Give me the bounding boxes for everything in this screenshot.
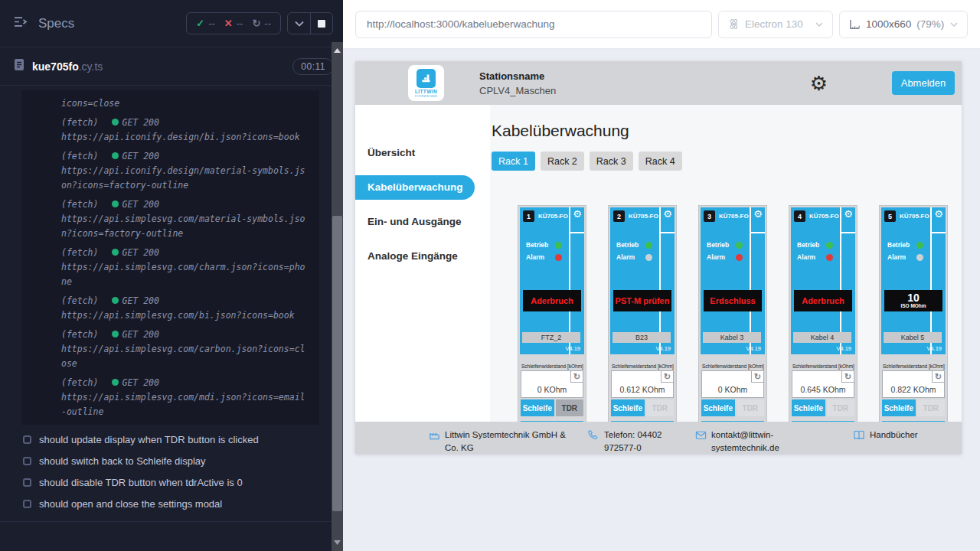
device-gear-icon[interactable]: ⚙ [934,209,943,219]
meter-value-box: ↻0.612 KOhm [611,370,674,398]
device-settings-cell[interactable]: ⚙ [932,207,946,233]
device-settings-cell[interactable]: ⚙ [751,207,765,233]
schleife-button[interactable]: Schleife [701,399,735,416]
runner-actions [287,12,333,34]
device-settings-cell[interactable]: ⚙ [661,207,675,233]
device-number-badge: 3 [704,210,715,222]
url-input[interactable] [355,11,712,38]
reporter-scrollbar[interactable] [332,42,343,551]
rack-tab-3[interactable]: Rack 3 [590,152,633,171]
footer-item-email[interactable]: kontakt@littwin-systemtechnik.de [695,429,831,454]
stop-button[interactable] [310,13,332,34]
log-fetch-source: (fetch) [61,246,98,260]
refresh-icon[interactable]: ↻ [661,371,673,383]
station-label: Stationsname [479,70,556,82]
schleife-button[interactable]: Schleife [792,399,825,416]
test-title: should open and close the settings modal [39,498,222,510]
alarm-label: Alarm [887,253,912,261]
test-list-item[interactable]: should switch back to Schleife display [0,450,332,471]
settings-gear-icon[interactable]: ⚙ [810,73,828,93]
betrieb-label: Betrieb [616,241,641,249]
test-list-item[interactable]: should update display when TDR button is… [0,429,332,450]
book-icon [853,429,865,445]
device-gear-icon[interactable]: ⚙ [844,209,853,219]
refresh-icon[interactable]: ↻ [751,371,763,383]
firmware-version: V4.19 [565,345,580,352]
pending-refresh-icon: ↻ [252,18,260,29]
spec-file-row[interactable]: kue705fo.cy.ts 00:11 [0,47,343,86]
aut-preview-area: Electron 130 1000x660 (79%) LITTWIN SYST… [343,0,980,551]
device-gear-icon[interactable]: ⚙ [753,209,763,219]
device-display: PST-M prüfen [613,290,671,311]
cable-name: FTZ_2 [522,332,580,343]
device-card: ⚙4KÜ705-FOBetriebAlarmAderbruchKabel 4V4… [789,205,858,422]
logout-button[interactable]: Abmelden [892,71,955,95]
log-fetch-url: https://api.simplesvg.com/bi.json?icons=… [61,308,309,323]
device-header: 5KÜ705-FO [881,207,930,222]
cable-name: Kabel 3 [703,332,761,343]
schleife-button[interactable]: Schleife [882,399,916,416]
refresh-icon[interactable]: ↻ [841,371,854,383]
collapse-chevron-button[interactable] [288,13,310,34]
footer-item-phone[interactable]: Telefon: 04402 972577-0 [588,429,695,454]
schleife-button[interactable]: Schleife [611,399,645,416]
scroll-down-arrow[interactable] [332,537,343,548]
refresh-icon[interactable]: ↻ [932,371,944,383]
log-fetch-url: https://api.iconify.design/bi.json?icons… [61,130,309,145]
browser-selector[interactable]: Electron 130 [718,11,833,38]
sidebar-item-ein-und-ausg-nge[interactable]: Ein- und Ausgänge [355,204,490,239]
device-gear-icon[interactable]: ⚙ [573,209,582,219]
app-body: ÜbersichtKabelüberwachungEin- und Ausgän… [355,105,962,422]
footer-item-text: Littwin Systemtechnik GmbH & Co. KG [445,429,581,454]
meter-label: Schleifenwiderstand [kOhm] [792,364,854,370]
log-fetch-result: GET 200 [112,328,158,342]
test-state-icon [23,500,31,508]
specs-list-icon[interactable] [14,16,29,31]
log-fetch-url: https://api.simplesvg.com/mdi.json?icons… [61,390,309,419]
display-main-text: PST-M prüfen [616,296,670,305]
device-panel: ⚙2KÜ705-FOBetriebAlarmPST-M prüfenB23V4.… [610,207,675,354]
stat-passed: ✓-- [196,18,215,29]
schleife-button[interactable]: Schleife [521,399,554,416]
viewport-selector[interactable]: 1000x660 (79%) [839,11,968,38]
alarm-label: Alarm [616,253,641,261]
sidebar-item-kabel-berwachung[interactable]: Kabelüberwachung [355,175,475,200]
meter-label: Schleifenwiderstand [kOhm] [882,364,945,370]
chevron-down-icon [950,22,958,27]
log-fetch-source: (fetch) [61,116,98,130]
footer-item-book[interactable]: Handbücher [853,429,918,445]
alarm-led-icon [916,254,923,261]
test-list-item[interactable]: should open and close the settings modal [0,493,332,514]
device-number-badge: 4 [794,210,805,222]
display-main-text: Aderbruch [531,296,573,305]
littwin-logo: LITTWIN SYSTEMTECHNIK [408,65,444,101]
alarm-led-icon [826,254,833,261]
cable-name: B23 [612,332,671,343]
log-entry: (fetch)GET 200https://api.simplesvg.com/… [61,197,309,241]
sidebar-item--bersicht[interactable]: Übersicht [355,135,490,170]
rack-tab-1[interactable]: Rack 1 [492,152,535,171]
email-icon [695,429,707,454]
footer-item-text: Telefon: 04402 972577-0 [604,429,690,454]
stat-pending: ↻-- [252,18,271,29]
scrollbar-thumb[interactable] [332,216,342,511]
tdr-button[interactable]: TDR [556,399,583,416]
device-settings-cell[interactable]: ⚙ [570,207,584,233]
chevron-down-icon [815,22,823,27]
refresh-icon[interactable]: ↻ [570,371,583,383]
test-list-item[interactable]: should disable TDR button when tdrActive… [0,471,332,493]
device-number-badge: 2 [613,210,625,222]
device-settings-cell[interactable]: ⚙ [841,207,855,233]
next-panel-edge [521,421,583,422]
sidebar-item-analoge-eing-nge[interactable]: Analoge Eingänge [355,239,490,273]
device-card: ⚙5KÜ705-FOBetriebAlarm10ISO MOhmKabel 5V… [879,205,948,422]
log-fetch-source: (fetch) [61,328,98,342]
rack-tab-2[interactable]: Rack 2 [541,152,584,171]
meter-value-box: ↻0 KOhm [521,370,583,398]
rack-tab-4[interactable]: Rack 4 [639,152,682,171]
device-gear-icon[interactable]: ⚙ [663,209,672,219]
scroll-up-arrow[interactable] [332,45,343,56]
station-name: CPLV4_Maschen [479,85,556,96]
footer-item-factory[interactable]: Littwin Systemtechnik GmbH & Co. KG [429,429,588,454]
device-panel: ⚙4KÜ705-FOBetriebAlarmAderbruchKabel 4V4… [791,207,855,354]
